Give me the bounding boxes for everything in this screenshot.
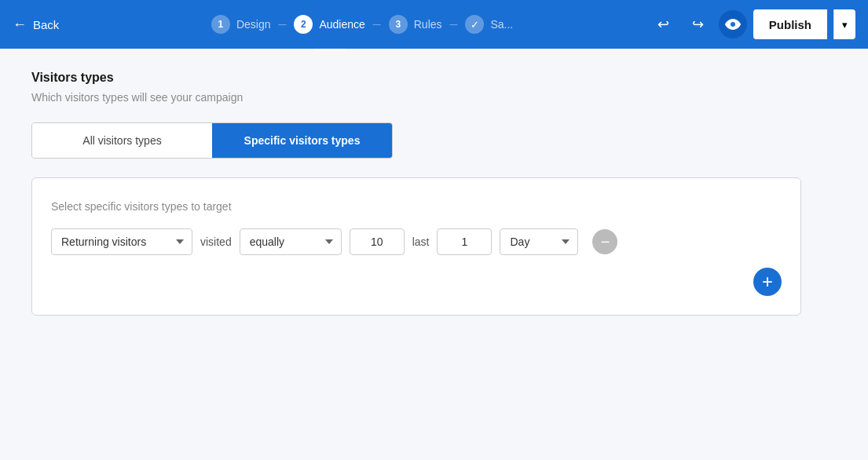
filter-row: Returning visitors New visitors All visi… bbox=[51, 228, 782, 255]
remove-row-button[interactable]: − bbox=[592, 229, 617, 254]
page-title: Visitors types bbox=[31, 71, 837, 85]
main-content: Visitors types Which visitors types will… bbox=[0, 49, 868, 460]
add-row-button[interactable]: + bbox=[753, 268, 782, 296]
nav-steps: 1 Design ─ 2 Audience ─ 3 Rules ─ ✓ Sa..… bbox=[75, 15, 649, 34]
svg-point-0 bbox=[731, 22, 735, 27]
step-rules-label: Rules bbox=[414, 18, 442, 31]
step-saved-label: Sa... bbox=[490, 18, 513, 31]
step-saved[interactable]: ✓ Sa... bbox=[465, 15, 513, 34]
plus-icon: + bbox=[762, 272, 773, 291]
step-audience-circle: 2 bbox=[294, 15, 313, 34]
filter-actions: + bbox=[51, 268, 782, 296]
period-select[interactable]: Day Week Month bbox=[500, 228, 578, 255]
value-input[interactable] bbox=[350, 228, 405, 255]
back-button[interactable]: ← Back bbox=[13, 16, 59, 33]
filter-box-label: Select specific visitors types to target bbox=[51, 200, 782, 213]
condition-select[interactable]: equally more than less than bbox=[240, 228, 342, 255]
last-label: last bbox=[412, 235, 430, 248]
step-design-circle: 1 bbox=[211, 15, 230, 34]
nav-actions: ↩ ↪ Publish ▾ bbox=[650, 9, 855, 39]
specific-visitors-button[interactable]: Specific visitors types bbox=[212, 123, 392, 158]
step-design-label: Design bbox=[236, 18, 271, 31]
back-label: Back bbox=[33, 18, 59, 31]
redo-button[interactable]: ↪ bbox=[684, 10, 712, 38]
step-design[interactable]: 1 Design bbox=[211, 15, 271, 34]
step-separator-1: ─ bbox=[279, 18, 287, 31]
step-audience-label: Audience bbox=[319, 18, 364, 31]
filter-box: Select specific visitors types to target… bbox=[31, 177, 801, 316]
step-saved-check: ✓ bbox=[465, 15, 484, 34]
step-rules-circle: 3 bbox=[389, 15, 408, 34]
chevron-down-icon: ▾ bbox=[842, 19, 848, 31]
step-audience[interactable]: 2 Audience bbox=[294, 15, 364, 34]
visitor-type-select[interactable]: Returning visitors New visitors All visi… bbox=[51, 228, 192, 255]
back-arrow-icon: ← bbox=[13, 16, 27, 33]
visited-label: visited bbox=[200, 235, 232, 248]
top-nav: ← Back 1 Design ─ 2 Audience ─ 3 Rules ─… bbox=[0, 0, 868, 49]
preview-button[interactable] bbox=[719, 10, 747, 38]
eye-icon bbox=[725, 19, 741, 30]
step-separator-3: ─ bbox=[450, 18, 458, 31]
minus-icon: − bbox=[601, 234, 610, 250]
publish-button[interactable]: Publish bbox=[753, 9, 827, 39]
step-separator-2: ─ bbox=[373, 18, 381, 31]
publish-dropdown-button[interactable]: ▾ bbox=[833, 9, 855, 39]
visitor-type-toggle: All visitors types Specific visitors typ… bbox=[31, 122, 393, 159]
all-visitors-button[interactable]: All visitors types bbox=[32, 123, 212, 158]
step-rules[interactable]: 3 Rules bbox=[389, 15, 442, 34]
undo-button[interactable]: ↩ bbox=[650, 10, 678, 38]
last-value-input[interactable] bbox=[437, 228, 492, 255]
page-subtitle: Which visitors types will see your campa… bbox=[31, 91, 837, 104]
